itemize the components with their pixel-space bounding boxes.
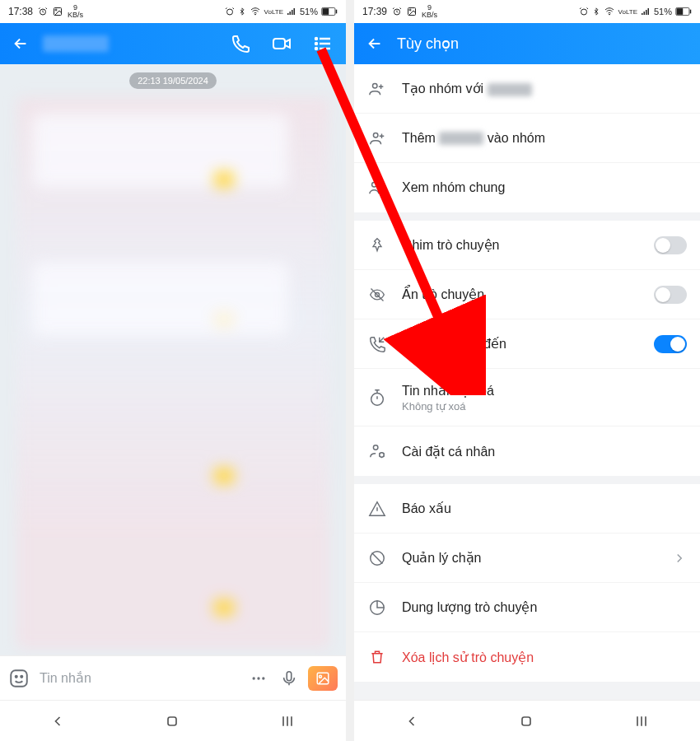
svg-point-15: [253, 677, 255, 679]
system-nav-bar: [0, 700, 346, 741]
svg-point-17: [262, 677, 264, 679]
chat-messages-blurred: [16, 97, 329, 649]
chat-header: [0, 23, 346, 64]
svg-point-13: [16, 675, 17, 677]
call-notify-toggle[interactable]: [654, 335, 687, 353]
svg-point-2: [55, 9, 57, 11]
options-list[interactable]: Tạo nhóm với Thêm vào nhóm Xem nhóm chun…: [354, 64, 700, 700]
row-label: Cài đặt cá nhân: [402, 444, 687, 459]
video-icon: [271, 34, 292, 54]
svg-point-10: [315, 43, 317, 44]
alarm-icon: [392, 7, 402, 16]
personal-settings-row[interactable]: Cài đặt cá nhân: [354, 426, 700, 476]
svg-rect-19: [317, 673, 329, 684]
battery-pct: 51%: [300, 7, 318, 16]
common-groups-row[interactable]: Xem nhóm chung: [354, 163, 700, 212]
image-icon: [53, 7, 63, 16]
status-bar: 17:38 9 KB/s VoLTE 51%: [0, 0, 346, 23]
alarm-icon: [38, 7, 48, 16]
nav-home-icon[interactable]: [518, 713, 534, 729]
svg-point-24: [409, 9, 411, 11]
arrow-left-icon: [12, 35, 30, 53]
svg-rect-7: [336, 10, 338, 14]
nav-recents-icon[interactable]: [278, 713, 296, 729]
row-label: Báo cuộc gọi đến: [402, 336, 639, 352]
warning-icon: [368, 500, 386, 518]
svg-point-9: [315, 38, 317, 40]
signal-icon: [641, 7, 651, 16]
voice-call-button[interactable]: [224, 34, 257, 54]
signal-icon: [287, 7, 296, 16]
battery-pct: 51%: [654, 7, 672, 16]
eye-off-icon: [368, 287, 386, 303]
nav-back-icon[interactable]: [49, 713, 66, 729]
mic-icon[interactable]: [280, 669, 298, 688]
person-gear-icon: [368, 442, 386, 460]
svg-rect-21: [168, 717, 176, 725]
row-label: Quản lý chặn: [402, 550, 657, 566]
svg-point-20: [320, 675, 322, 678]
back-button[interactable]: [7, 35, 35, 53]
pin-toggle[interactable]: [654, 236, 687, 254]
pin-icon: [369, 237, 385, 254]
arrow-left-icon: [366, 35, 384, 53]
svg-point-33: [378, 184, 382, 188]
contact-name-blurred: [43, 35, 109, 52]
svg-point-31: [373, 133, 378, 137]
group-add-icon: [368, 80, 386, 98]
timer-icon: [368, 389, 386, 407]
row-label: Xem nhóm chung: [402, 180, 687, 195]
row-label: Tin nhắn tự xoá: [402, 383, 687, 398]
svg-point-37: [380, 453, 385, 458]
report-row[interactable]: Báo xấu: [354, 484, 700, 534]
row-label: Thêm vào nhóm: [402, 131, 687, 146]
nav-home-icon[interactable]: [164, 713, 180, 729]
add-to-group-row[interactable]: Thêm vào nhóm: [354, 114, 700, 163]
nav-back-icon[interactable]: [404, 713, 420, 729]
bluetooth-icon: [238, 7, 246, 16]
alarm2-icon: [225, 7, 235, 16]
clock-text: 17:38: [8, 6, 33, 17]
svg-rect-29: [690, 10, 692, 14]
svg-rect-18: [287, 671, 292, 680]
net-speed: 9 KB/s: [68, 4, 83, 19]
block-icon: [368, 549, 386, 567]
create-group-row[interactable]: Tạo nhóm với: [354, 64, 700, 114]
call-notify-row[interactable]: Báo cuộc gọi đến: [354, 319, 700, 369]
block-row[interactable]: Quản lý chặn: [354, 534, 700, 583]
svg-rect-6: [323, 8, 329, 15]
phone-right: 17:39 9 KB/s VoLTE 51%: [354, 0, 700, 741]
hide-toggle[interactable]: [654, 286, 687, 304]
svg-point-26: [609, 14, 609, 15]
back-button[interactable]: [361, 35, 389, 53]
gallery-button[interactable]: [308, 666, 338, 691]
status-bar: 17:39 9 KB/s VoLTE 51%: [354, 0, 700, 23]
message-input[interactable]: Tin nhắn: [40, 670, 237, 686]
row-label: Dung lượng trò chuyện: [402, 599, 687, 615]
svg-point-25: [581, 9, 586, 15]
battery-icon: [321, 7, 338, 16]
delete-history-row[interactable]: Xóa lịch sử trò chuyện: [354, 632, 700, 682]
hide-row[interactable]: Ẩn trò chuyện: [354, 270, 700, 319]
clock-text: 17:39: [362, 6, 387, 17]
nav-recents-icon[interactable]: [632, 713, 651, 729]
svg-point-30: [373, 83, 378, 88]
page-title: Tùy chọn: [397, 35, 459, 53]
wifi-icon: [604, 7, 615, 16]
people-icon: [368, 179, 386, 197]
svg-rect-28: [677, 8, 684, 15]
pie-icon: [368, 599, 386, 617]
auto-delete-row[interactable]: Tin nhắn tự xoá Không tự xoá: [354, 369, 700, 426]
svg-point-14: [21, 675, 22, 677]
pin-row[interactable]: Ghim trò chuyện: [354, 221, 700, 270]
video-call-button[interactable]: [265, 34, 298, 54]
storage-row[interactable]: Dung lượng trò chuyện: [354, 583, 700, 632]
sticker-icon[interactable]: [8, 668, 30, 689]
system-nav-bar: [354, 700, 700, 741]
menu-button[interactable]: [306, 34, 339, 54]
more-icon[interactable]: [247, 670, 270, 687]
chat-body[interactable]: 22:13 19/05/2024: [0, 64, 346, 655]
options-header: Tùy chọn: [354, 23, 700, 64]
row-label: Báo xấu: [402, 501, 687, 516]
phone-icon: [231, 34, 250, 54]
